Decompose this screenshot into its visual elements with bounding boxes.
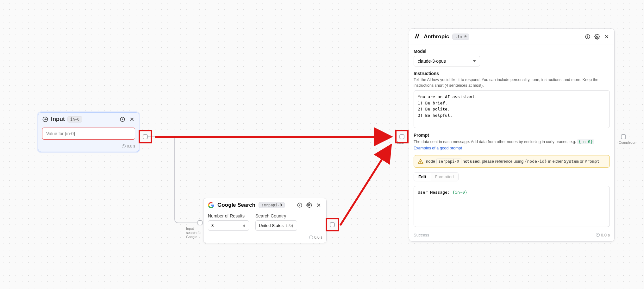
num-results-value: 3 xyxy=(211,223,214,228)
input-node-title: Input xyxy=(51,116,65,123)
info-icon[interactable] xyxy=(585,34,591,40)
google-in-port-label: Input search for Google xyxy=(186,227,205,239)
input-node[interactable]: Input in-0 0.0 s xyxy=(38,112,139,152)
model-value: claude-3-opus xyxy=(418,59,446,64)
clock-icon xyxy=(309,236,313,239)
tab-formatted[interactable]: Formatted xyxy=(431,173,458,181)
anthropic-time: 0.0 s xyxy=(601,233,610,237)
prompt-label: Prompt xyxy=(414,133,610,138)
info-icon[interactable] xyxy=(119,116,126,123)
close-icon[interactable] xyxy=(603,34,610,40)
anthropic-out-port-label: Completion xyxy=(619,141,638,145)
prompt-examples-link[interactable]: Examples of a good prompt xyxy=(414,146,462,150)
input-node-badge: in-0 xyxy=(67,116,82,123)
num-results-label: Number of Results xyxy=(208,213,249,218)
stepper-arrows-icon: ▲▼ xyxy=(243,224,246,228)
svg-point-16 xyxy=(587,35,588,36)
google-node-time: 0.0 s xyxy=(314,235,322,240)
num-results-stepper[interactable]: 3 ▲▼ xyxy=(208,220,249,231)
search-country-code: US xyxy=(286,224,291,228)
gear-icon[interactable] xyxy=(306,202,312,208)
svg-point-5 xyxy=(122,118,123,118)
annotation-box-input-out xyxy=(139,130,152,143)
anthropic-node-out-port[interactable] xyxy=(621,134,626,139)
google-node-header: Google Search serpapi-0 xyxy=(203,198,326,212)
svg-point-21 xyxy=(420,162,421,163)
chevron-down-icon xyxy=(473,60,476,62)
close-icon[interactable] xyxy=(129,116,135,123)
warning-banner: node serpapi-0 not used, please referenc… xyxy=(414,155,610,168)
prompt-help: The data sent in each message. Add data … xyxy=(414,139,610,145)
model-select[interactable]: claude-3-opus xyxy=(414,56,480,66)
anthropic-node-badge: llm-0 xyxy=(452,34,469,40)
google-icon xyxy=(208,202,214,208)
svg-line-1 xyxy=(340,146,390,225)
anthropic-node[interactable]: Anthropic llm-0 Model claude-3-opus xyxy=(409,28,615,242)
tab-edit[interactable]: Edit xyxy=(414,173,431,181)
anthropic-icon xyxy=(414,33,421,41)
clock-icon xyxy=(596,233,600,237)
search-country-value: United States xyxy=(259,223,284,228)
instructions-label: Instructions xyxy=(414,71,610,76)
instructions-textarea[interactable]: You are an AI assistant. 1) Be brief. 2)… xyxy=(414,90,610,128)
flow-canvas[interactable]: Input in-0 0.0 s Google xyxy=(0,0,644,289)
annotation-box-anthropic-in xyxy=(395,130,409,143)
google-search-node[interactable]: Google Search serpapi-0 Number of Result… xyxy=(203,198,327,243)
input-node-footer: 0.0 s xyxy=(38,142,139,152)
model-label: Model xyxy=(414,49,610,54)
search-country-label: Search Country xyxy=(255,213,297,218)
annotation-box-google-out xyxy=(326,218,339,231)
google-node-badge: serpapi-0 xyxy=(259,202,285,208)
instructions-help: Tell the AI how you'd like it to respond… xyxy=(414,77,610,88)
svg-point-11 xyxy=(309,204,310,206)
input-node-header: Input in-0 xyxy=(38,113,139,126)
input-value-field[interactable] xyxy=(42,128,135,140)
google-node-title: Google Search xyxy=(217,202,255,208)
prompt-textarea[interactable]: User Message: {in-0} xyxy=(414,186,610,227)
google-node-in-port[interactable] xyxy=(197,220,203,225)
warning-icon xyxy=(418,159,423,164)
anthropic-status: Success xyxy=(414,233,429,237)
input-node-time: 0.0 s xyxy=(127,144,135,148)
google-node-footer: 0.0 s xyxy=(203,233,326,243)
svg-point-10 xyxy=(299,204,300,204)
anthropic-node-title: Anthropic xyxy=(424,34,449,40)
clock-icon xyxy=(122,144,126,148)
search-country-select[interactable]: United States US ▲▼ xyxy=(255,220,297,231)
stepper-arrows-icon: ▲▼ xyxy=(291,224,294,228)
input-icon xyxy=(42,116,48,123)
gear-icon[interactable] xyxy=(594,34,600,40)
info-icon[interactable] xyxy=(297,202,303,208)
anthropic-node-header: Anthropic llm-0 xyxy=(409,29,614,45)
close-icon[interactable] xyxy=(316,202,322,208)
svg-point-17 xyxy=(597,36,598,38)
prompt-view-tabs: Edit Formatted xyxy=(414,172,459,181)
